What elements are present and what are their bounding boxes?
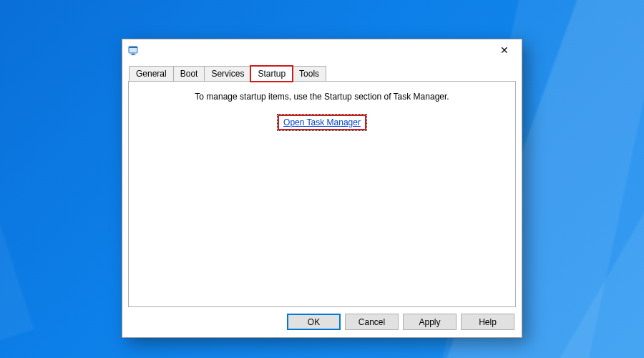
svg-rect-2: [132, 54, 135, 55]
app-icon: [128, 44, 140, 56]
svg-rect-1: [129, 47, 137, 48]
tab-services[interactable]: Services: [204, 66, 251, 81]
svg-rect-3: [131, 54, 136, 55]
startup-info-text: To manage startup items, use the Startup…: [129, 92, 515, 102]
tab-tools[interactable]: Tools: [292, 66, 326, 81]
msconfig-window: ✕ General Boot Services Startup Tools To…: [122, 39, 522, 338]
tab-boot[interactable]: Boot: [173, 66, 205, 81]
close-icon: ✕: [500, 45, 509, 55]
startup-tab-panel: To manage startup items, use the Startup…: [128, 81, 516, 307]
open-task-manager-link[interactable]: Open Task Manager: [278, 115, 366, 130]
cancel-button[interactable]: Cancel: [345, 314, 399, 330]
tab-strip: General Boot Services Startup Tools: [128, 65, 516, 81]
tab-general[interactable]: General: [129, 66, 174, 81]
help-button[interactable]: Help: [461, 314, 514, 330]
ok-button[interactable]: OK: [287, 314, 341, 330]
background-beam: [0, 0, 34, 358]
tab-startup[interactable]: Startup: [250, 66, 293, 82]
dialog-button-row: OK Cancel Apply Help: [287, 314, 514, 330]
titlebar[interactable]: ✕: [122, 39, 522, 61]
client-area: General Boot Services Startup Tools To m…: [128, 65, 516, 307]
apply-button[interactable]: Apply: [403, 314, 457, 330]
close-button[interactable]: ✕: [489, 40, 520, 60]
